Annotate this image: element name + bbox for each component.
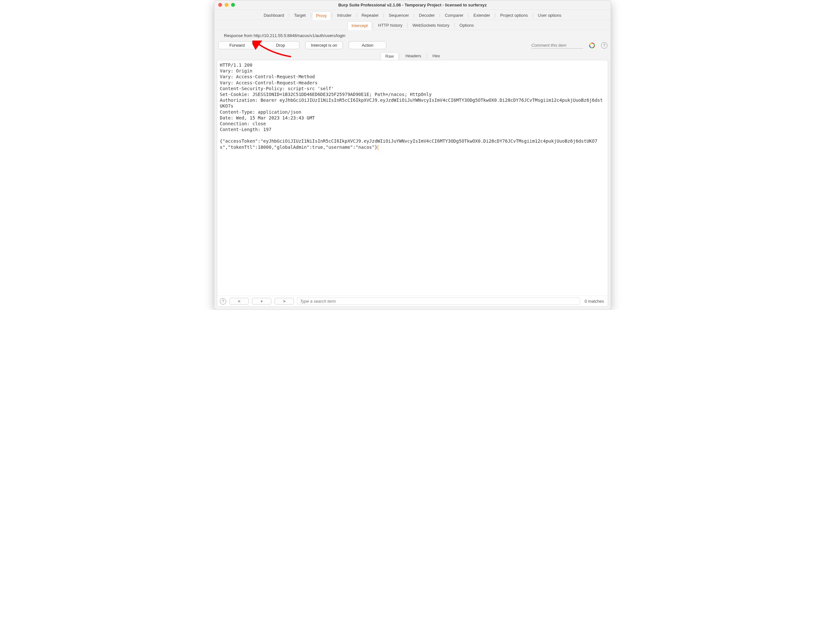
search-add-button[interactable]: + bbox=[252, 298, 271, 305]
caret bbox=[378, 145, 378, 150]
main-tab-sequencer[interactable]: Sequencer bbox=[385, 11, 413, 19]
tab-separator bbox=[400, 54, 400, 58]
intercept-toggle-button[interactable]: Intercept is on bbox=[305, 41, 343, 49]
main-tab-user-options[interactable]: User options bbox=[534, 11, 565, 19]
help-icon[interactable]: ? bbox=[601, 42, 607, 49]
intercept-panel: Response from http://10.211.55.5:8848/na… bbox=[214, 30, 611, 310]
request-info-line: Response from http://10.211.55.5:8848/na… bbox=[217, 30, 608, 40]
drop-button[interactable]: Drop bbox=[262, 41, 300, 49]
tab-separator bbox=[407, 23, 408, 28]
message-editor: HTTP/1.1 200 Vary: Origin Vary: Access-C… bbox=[217, 60, 608, 307]
tab-separator bbox=[373, 23, 373, 28]
search-prev-button[interactable]: < bbox=[229, 298, 249, 305]
view-tab-raw[interactable]: Raw bbox=[381, 52, 399, 60]
raw-response-body[interactable]: HTTP/1.1 200 Vary: Origin Vary: Access-C… bbox=[217, 60, 608, 296]
editor-help-icon[interactable]: ? bbox=[220, 298, 226, 305]
sub-tabs: InterceptHTTP historyWebSockets historyO… bbox=[214, 20, 611, 30]
tab-separator bbox=[289, 13, 289, 18]
tab-separator bbox=[332, 13, 332, 18]
action-row: Forward Drop Intercept is on Action ? bbox=[217, 40, 608, 49]
search-next-button[interactable]: > bbox=[275, 298, 294, 305]
tab-separator bbox=[495, 13, 495, 18]
main-tab-comparer[interactable]: Comparer bbox=[441, 11, 467, 19]
tab-separator bbox=[533, 13, 533, 18]
sub-tab-options[interactable]: Options bbox=[456, 21, 478, 29]
tab-separator bbox=[414, 13, 414, 18]
main-tab-proxy[interactable]: Proxy bbox=[312, 11, 331, 20]
tab-separator bbox=[454, 23, 455, 28]
main-tab-target[interactable]: Target bbox=[290, 11, 310, 19]
tab-separator bbox=[440, 13, 440, 18]
action-button[interactable]: Action bbox=[349, 41, 386, 49]
app-window: Burp Suite Professional v2.1.06 - Tempor… bbox=[214, 0, 611, 310]
forward-button[interactable]: Forward bbox=[218, 41, 256, 49]
search-input[interactable] bbox=[297, 297, 580, 305]
editor-footer: ? < + > 0 matches bbox=[217, 296, 608, 307]
tab-separator bbox=[383, 13, 384, 18]
sub-tab-http-history[interactable]: HTTP history bbox=[374, 21, 406, 29]
sub-tab-websockets-history[interactable]: WebSockets history bbox=[409, 21, 453, 29]
tab-separator bbox=[311, 13, 311, 18]
view-tab-headers[interactable]: Headers bbox=[401, 52, 426, 60]
window-title: Burp Suite Professional v2.1.06 - Tempor… bbox=[214, 3, 611, 8]
main-tab-decoder[interactable]: Decoder bbox=[415, 11, 439, 19]
sub-tab-intercept[interactable]: Intercept bbox=[348, 21, 372, 30]
main-tab-extender[interactable]: Extender bbox=[470, 11, 494, 19]
view-tab-hex[interactable]: Hex bbox=[428, 52, 444, 60]
view-tabs: RawHeadersHex bbox=[217, 52, 608, 60]
comment-input[interactable] bbox=[531, 42, 583, 49]
main-tab-project-options[interactable]: Project options bbox=[496, 11, 532, 19]
main-tab-intruder[interactable]: Intruder bbox=[333, 11, 355, 19]
main-tab-repeater[interactable]: Repeater bbox=[358, 11, 383, 19]
match-count: 0 matches bbox=[583, 299, 605, 304]
highlight-icon[interactable] bbox=[589, 42, 595, 49]
main-tabs: DashboardTargetProxyIntruderRepeaterSequ… bbox=[214, 10, 611, 20]
main-tab-dashboard[interactable]: Dashboard bbox=[260, 11, 288, 19]
titlebar: Burp Suite Professional v2.1.06 - Tempor… bbox=[214, 0, 611, 10]
